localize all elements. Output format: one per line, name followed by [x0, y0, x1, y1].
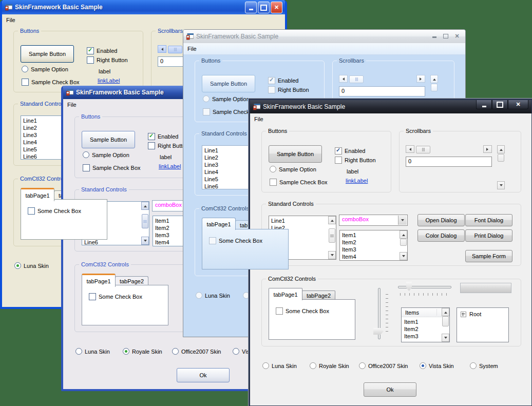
vertical-scrollbar[interactable] — [497, 145, 505, 189]
checkbox-box[interactable] — [87, 56, 94, 64]
font-dialog-button[interactable]: Font Dialog — [465, 214, 512, 226]
right-button-checkbox[interactable]: Right Button — [268, 86, 309, 93]
checkbox-box[interactable] — [270, 179, 277, 186]
checkbox-box[interactable] — [28, 207, 35, 215]
checkbox-box[interactable] — [335, 157, 342, 164]
list-item[interactable]: Item3 — [342, 246, 398, 253]
radio-circle[interactable] — [233, 348, 239, 355]
scroll-left-button[interactable] — [339, 75, 348, 83]
close-button[interactable]: ✕ — [451, 31, 463, 41]
scrollbar-thumb[interactable] — [442, 316, 449, 326]
enabled-checkbox[interactable]: Enabled — [335, 147, 365, 154]
tree-node-root[interactable]: Root — [461, 311, 481, 317]
scroll-up-button[interactable] — [430, 75, 438, 83]
enabled-checkbox[interactable]: Enabled — [148, 133, 178, 140]
ok-button[interactable]: Ok — [364, 382, 416, 397]
window-titlebar[interactable]: SkinFramework Basic Sample ✕ — [2, 0, 285, 14]
scrollbar-thumb[interactable] — [498, 154, 504, 162]
sample-option-radio[interactable]: Sample Option — [203, 95, 250, 102]
scrollbar-thumb[interactable] — [431, 84, 438, 91]
sample-option-radio[interactable]: Sample Option — [270, 166, 316, 172]
sample-check-box[interactable]: Sample Check Box — [270, 179, 328, 186]
link-label[interactable]: linkLabel — [346, 178, 368, 184]
horizontal-scrollbar[interactable] — [406, 145, 492, 153]
scroll-left-button[interactable] — [158, 45, 166, 53]
maximize-button[interactable] — [258, 2, 270, 13]
scroll-up-button[interactable] — [400, 230, 407, 239]
sample-check-box[interactable]: Sample Check Box — [22, 79, 80, 86]
scroll-right-button[interactable] — [416, 75, 425, 83]
radio-circle[interactable] — [470, 362, 477, 369]
checkbox-box[interactable] — [83, 164, 90, 171]
menu-file[interactable]: File — [63, 102, 81, 108]
minimize-button[interactable] — [429, 31, 440, 41]
scroll-right-button[interactable] — [483, 145, 492, 153]
listbox-scrollbar[interactable] — [400, 230, 407, 260]
some-check-box[interactable]: Some Check Box — [28, 207, 81, 215]
enabled-checkbox[interactable]: Enabled — [268, 77, 298, 84]
some-check-box[interactable]: Some Check Box — [89, 293, 142, 300]
radio-royale-skin[interactable]: Royale Skin — [310, 362, 349, 369]
sample-option-radio[interactable]: Sample Option — [83, 151, 129, 158]
right-button-checkbox[interactable]: Right Button — [87, 56, 128, 64]
tab-tabpage1[interactable]: tabPage1 — [21, 188, 54, 201]
scroll-value-textbox[interactable]: 0 — [406, 157, 492, 167]
radio-luna-skin[interactable]: Luna Skin — [14, 262, 49, 269]
listview-scrollbar[interactable] — [442, 308, 449, 342]
checkbox-box[interactable] — [148, 142, 155, 149]
scroll-down-button[interactable] — [497, 181, 505, 189]
menu-file[interactable]: File — [183, 46, 201, 52]
trackbar-thumb[interactable] — [373, 328, 384, 335]
combo-box[interactable]: comboBox — [339, 215, 408, 226]
scroll-down-button[interactable] — [400, 252, 407, 260]
radio-luna-skin[interactable]: Luna Skin — [196, 292, 230, 299]
scroll-up-button[interactable] — [497, 145, 505, 153]
color-dialog-button[interactable]: Color Dialog — [417, 229, 465, 242]
close-button[interactable]: ✕ — [508, 100, 528, 109]
listbox-scrollbar[interactable] — [328, 216, 336, 259]
listbox-scrollbar[interactable] — [141, 202, 149, 245]
list-item[interactable]: Item1 — [404, 318, 440, 325]
scroll-left-button[interactable] — [406, 145, 414, 153]
radio-office2007-skin[interactable]: Office2007 Skin — [172, 348, 221, 355]
tab-tabpage1[interactable]: tabPage1 — [82, 274, 116, 287]
window-titlebar[interactable]: SkinFramework Basic Sample ✕ — [250, 100, 531, 113]
scrollbar-thumb[interactable] — [400, 239, 407, 246]
some-check-box[interactable]: Some Check Box — [276, 307, 329, 315]
radio-circle[interactable] — [172, 348, 179, 355]
open-dialog-button[interactable]: Open Dialog — [417, 214, 465, 226]
radio-luna-skin[interactable]: Luna Skin — [262, 362, 297, 369]
tab-tabpage1[interactable]: tabPage1 — [269, 288, 302, 300]
right-button-checkbox[interactable]: Right Button — [335, 157, 376, 164]
trackbar-thumb[interactable] — [406, 282, 412, 291]
radio-circle[interactable] — [262, 362, 269, 369]
checkbox-box[interactable] — [203, 108, 210, 115]
checkbox-box[interactable] — [22, 79, 29, 86]
radio-circle[interactable] — [123, 348, 129, 355]
vertical-trackbar[interactable] — [373, 288, 388, 339]
tree-view[interactable]: Root — [457, 307, 509, 342]
some-check-box[interactable]: Some Check Box — [209, 237, 262, 244]
radio-vista-skin[interactable]: Vista Skin — [420, 362, 454, 369]
tab-tabpage1[interactable]: tabPage1 — [202, 218, 236, 230]
sample-form-button[interactable]: Sample Form — [465, 250, 512, 262]
radio-office2007-skin[interactable]: Office2007 Skin — [359, 362, 408, 369]
radio-circle[interactable] — [196, 292, 202, 299]
list-item[interactable]: Item3 — [404, 333, 440, 340]
radio-royale-skin[interactable]: Royale Skin — [123, 348, 162, 355]
horizontal-trackbar[interactable] — [398, 282, 451, 296]
scroll-up-button[interactable] — [141, 202, 149, 210]
list-item[interactable]: Line1 — [271, 217, 327, 224]
radio-circle[interactable] — [22, 66, 28, 72]
list-item[interactable]: Item2 — [342, 239, 398, 246]
sample-option-radio[interactable]: Sample Option — [22, 66, 68, 72]
checkbox-box[interactable] — [209, 237, 216, 244]
sample-button[interactable]: Sample Button — [269, 145, 322, 163]
radio-system[interactable]: System — [470, 362, 498, 369]
radio-circle[interactable] — [203, 95, 210, 102]
checkbox-box[interactable] — [335, 147, 342, 154]
scroll-down-button[interactable] — [141, 237, 149, 245]
menu-file[interactable]: File — [2, 17, 20, 23]
checkbox-box[interactable] — [148, 133, 155, 140]
checkbox-box[interactable] — [276, 307, 283, 315]
